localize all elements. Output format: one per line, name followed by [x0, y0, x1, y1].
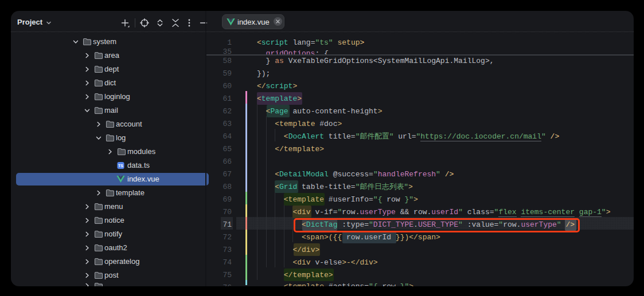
svg-text:TS: TS	[118, 164, 123, 168]
